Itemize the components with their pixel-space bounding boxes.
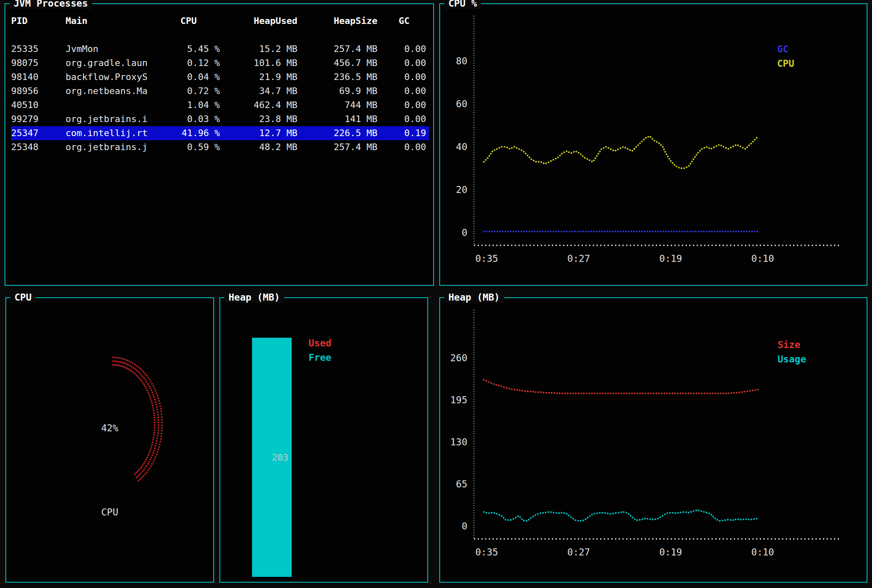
cell-heap_used: 15.2 MB (220, 42, 297, 56)
cell-main: backflow.ProxyS (61, 70, 174, 84)
panel-title-heap-bar: Heap (MB) (224, 292, 284, 303)
cell-heap_size: 456.7 MB (297, 56, 377, 70)
heap-free-bar: 203 (252, 338, 292, 577)
heap-bar-legend: Used Free (309, 336, 331, 365)
cell-cpu: 5.45 % (174, 42, 220, 56)
cell-heap_used: 462.4 MB (220, 98, 297, 112)
svg-text:0: 0 (462, 227, 467, 238)
cpu-percent-chart-panel: CPU % 0204060800:350:270:190:10 GC CPU (439, 3, 867, 286)
table-row[interactable]: 405101.04 %462.4 MB744 MB0.00 (11, 98, 429, 112)
cell-pid: 25347 (11, 126, 61, 140)
cell-gc: 0.00 (377, 56, 426, 70)
cell-main: JvmMon (61, 42, 174, 56)
svg-text:0:35: 0:35 (475, 547, 498, 557)
cell-heap_used: 12.7 MB (220, 126, 297, 140)
svg-text:0:19: 0:19 (659, 253, 682, 264)
column-header-pid: PID (11, 14, 61, 28)
column-header-cpu: CPU (174, 14, 220, 28)
gauge-value-label: 42% (6, 423, 213, 433)
svg-text:20: 20 (456, 184, 467, 195)
table-row[interactable]: 25335JvmMon5.45 %15.2 MB257.4 MB0.00 (11, 42, 429, 56)
table-row[interactable]: 99279org.jetbrains.i0.03 %23.8 MB141 MB0… (11, 112, 429, 126)
cpu-percent-chart: 0204060800:350:270:190:10 (440, 4, 867, 285)
svg-text:0: 0 (462, 521, 467, 532)
legend-label-size: Size (778, 339, 800, 350)
svg-text:65: 65 (456, 479, 467, 489)
jvm-processes-panel: JVM Processes PID Main CPU HeapUsed Heap… (5, 3, 434, 286)
cell-main: com.intellij.rt (61, 126, 174, 140)
table-rows: 25335JvmMon5.45 %15.2 MB257.4 MB0.009807… (11, 42, 429, 154)
svg-text:0:19: 0:19 (659, 547, 682, 557)
heap-bar-panel: Heap (MB) 203 Used Free (219, 297, 428, 583)
cell-main: org.netbeans.Ma (61, 84, 174, 98)
svg-text:260: 260 (450, 353, 467, 363)
svg-text:0:10: 0:10 (751, 253, 774, 264)
cell-gc: 0.00 (377, 84, 426, 98)
cell-pid: 25348 (11, 140, 61, 154)
cell-main: org.gradle.laun (61, 56, 174, 70)
cpu-gauge-panel: CPU 42% CPU (5, 297, 214, 583)
table-row[interactable]: 98140backflow.ProxyS0.04 %21.9 MB236.5 M… (11, 70, 429, 84)
cell-pid: 98075 (11, 56, 61, 70)
cell-gc: 0.19 (377, 126, 426, 140)
legend-label-usage: Usage (778, 354, 806, 365)
cell-cpu: 0.72 % (174, 84, 220, 98)
legend-label-gc: GC (777, 44, 789, 54)
cell-heap_size: 226.5 MB (297, 126, 377, 140)
cell-pid: 25335 (11, 42, 61, 56)
gauge-caption: CPU (6, 507, 213, 517)
cell-cpu: 41.96 % (174, 126, 220, 140)
svg-text:40: 40 (456, 141, 467, 152)
column-header-heapsize: HeapSize (297, 14, 377, 28)
svg-text:0:35: 0:35 (475, 253, 498, 264)
cell-gc: 0.00 (377, 140, 426, 154)
cell-heap_size: 257.4 MB (297, 42, 377, 56)
cell-heap_size: 744 MB (297, 98, 377, 112)
cell-heap_used: 34.7 MB (220, 84, 297, 98)
column-header-main: Main (61, 14, 174, 28)
cell-heap_used: 21.9 MB (220, 70, 297, 84)
cell-heap_size: 236.5 MB (297, 70, 377, 84)
cell-heap_used: 101.6 MB (220, 56, 297, 70)
svg-text:130: 130 (450, 437, 467, 447)
cell-cpu: 0.12 % (174, 56, 220, 70)
legend-label-used: Used (309, 338, 331, 348)
cell-gc: 0.00 (377, 112, 426, 126)
cell-pid: 99279 (11, 112, 61, 126)
cell-gc: 0.00 (377, 70, 426, 84)
svg-text:60: 60 (456, 99, 467, 109)
svg-text:0:27: 0:27 (567, 253, 590, 264)
cell-heap_used: 23.8 MB (220, 112, 297, 126)
cell-gc: 0.00 (377, 98, 426, 112)
table-row[interactable]: 98075org.gradle.laun0.12 %101.6 MB456.7 … (11, 56, 429, 70)
heap-chart-legend: Size Usage (778, 338, 806, 367)
cell-main: org.jetbrains.j (61, 140, 174, 154)
cell-heap_size: 141 MB (297, 112, 377, 126)
column-header-gc: GC (377, 14, 426, 28)
cpu-chart-legend: GC CPU (777, 42, 794, 71)
cell-cpu: 0.59 % (174, 140, 220, 154)
legend-label-cpu: CPU (777, 58, 794, 69)
cell-heap_used: 48.2 MB (220, 140, 297, 154)
svg-text:195: 195 (450, 395, 467, 405)
cell-heap_size: 257.4 MB (297, 140, 377, 154)
cell-gc: 0.00 (377, 42, 426, 56)
cell-pid: 98140 (11, 70, 61, 84)
process-table: PID Main CPU HeapUsed HeapSize GC 25335J… (5, 4, 433, 285)
cell-pid: 98956 (11, 84, 61, 98)
table-row[interactable]: 25348org.jetbrains.j0.59 %48.2 MB257.4 M… (11, 140, 429, 154)
cpu-gauge-chart (6, 298, 213, 582)
cell-pid: 40510 (11, 98, 61, 112)
table-header: PID Main CPU HeapUsed HeapSize GC (11, 14, 429, 28)
legend-label-free: Free (309, 352, 331, 363)
cell-heap_size: 69.9 MB (297, 84, 377, 98)
svg-text:0:27: 0:27 (567, 547, 590, 557)
svg-text:0:10: 0:10 (751, 547, 774, 557)
cell-main: org.jetbrains.i (61, 112, 174, 126)
heap-timeline-panel: Heap (MB) 0651301952600:350:270:190:10 S… (439, 297, 867, 583)
table-row[interactable]: 25347com.intellij.rt41.96 %12.7 MB226.5 … (11, 126, 429, 140)
cell-cpu: 0.04 % (174, 70, 220, 84)
svg-text:80: 80 (456, 56, 467, 66)
jvmmon-dashboard: JVM Processes PID Main CPU HeapUsed Heap… (0, 0, 872, 588)
table-row[interactable]: 98956org.netbeans.Ma0.72 %34.7 MB69.9 MB… (11, 84, 429, 98)
